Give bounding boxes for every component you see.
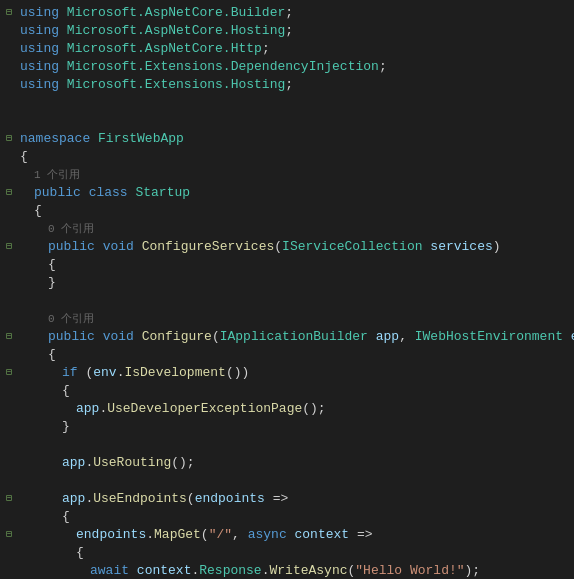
line-3: using Microsoft.AspNetCore.Http; bbox=[0, 40, 574, 58]
line-8: ⊟ namespace FirstWebApp bbox=[0, 130, 574, 148]
line-20: { bbox=[0, 346, 574, 364]
code-line-25 bbox=[18, 436, 574, 454]
line-9: { bbox=[0, 148, 574, 166]
line-6 bbox=[0, 94, 574, 112]
line-4: using Microsoft.Extensions.DependencyInj… bbox=[0, 58, 574, 76]
line-25 bbox=[0, 436, 574, 454]
code-line-30: endpoints.MapGet("/", async context => bbox=[18, 526, 574, 544]
line-30: ⊟ endpoints.MapGet("/", async context => bbox=[0, 526, 574, 544]
collapse-icon-11[interactable]: ⊟ bbox=[0, 184, 18, 202]
line-23: app.UseDeveloperExceptionPage(); bbox=[0, 400, 574, 418]
line-1: ⊟ using Microsoft.AspNetCore.Builder; bbox=[0, 4, 574, 22]
line-11: ⊟ public class Startup bbox=[0, 184, 574, 202]
code-line-5: using Microsoft.Extensions.Hosting; bbox=[18, 76, 574, 94]
collapse-icon-21[interactable]: ⊟ bbox=[0, 364, 18, 382]
line-2: using Microsoft.AspNetCore.Hosting; bbox=[0, 22, 574, 40]
collapse-icon-19[interactable]: ⊟ bbox=[0, 328, 18, 346]
code-line-31: { bbox=[18, 544, 574, 562]
code-line-24: } bbox=[18, 418, 574, 436]
code-line-12: { bbox=[18, 202, 574, 220]
collapse-icon-8[interactable]: ⊟ bbox=[0, 130, 18, 148]
line-22: { bbox=[0, 382, 574, 400]
code-line-23: app.UseDeveloperExceptionPage(); bbox=[18, 400, 574, 418]
line-17 bbox=[0, 292, 574, 310]
line-14: ⊟ public void ConfigureServices(IService… bbox=[0, 238, 574, 256]
line-21: ⊟ if (env.IsDevelopment()) bbox=[0, 364, 574, 382]
line-28: ⊟ app.UseEndpoints(endpoints => bbox=[0, 490, 574, 508]
code-line-1: using Microsoft.AspNetCore.Builder; bbox=[18, 4, 574, 22]
code-line-15: { bbox=[18, 256, 574, 274]
code-line-16: } bbox=[18, 274, 574, 292]
line-24: } bbox=[0, 418, 574, 436]
line-19: ⊟ public void Configure(IApplicationBuil… bbox=[0, 328, 574, 346]
line-7 bbox=[0, 112, 574, 130]
code-line-20: { bbox=[18, 346, 574, 364]
code-line-10: 1 个引用 bbox=[18, 166, 574, 184]
code-editor: ⊟ using Microsoft.AspNetCore.Builder; us… bbox=[0, 0, 574, 579]
line-15: { bbox=[0, 256, 574, 274]
code-line-19: public void Configure(IApplicationBuilde… bbox=[18, 328, 574, 346]
code-line-21: if (env.IsDevelopment()) bbox=[18, 364, 574, 382]
line-29: { bbox=[0, 508, 574, 526]
line-31: { bbox=[0, 544, 574, 562]
collapse-icon-14[interactable]: ⊟ bbox=[0, 238, 18, 256]
line-16: } bbox=[0, 274, 574, 292]
code-line-14: public void ConfigureServices(IServiceCo… bbox=[18, 238, 574, 256]
code-line-13: 0 个引用 bbox=[18, 220, 574, 238]
line-12: { bbox=[0, 202, 574, 220]
line-10: 1 个引用 bbox=[0, 166, 574, 184]
code-line-2: using Microsoft.AspNetCore.Hosting; bbox=[18, 22, 574, 40]
code-line-29: { bbox=[18, 508, 574, 526]
line-32: await context.Response.WriteAsync("Hello… bbox=[0, 562, 574, 579]
code-line-28: app.UseEndpoints(endpoints => bbox=[18, 490, 574, 508]
code-line-18: 0 个引用 bbox=[18, 310, 574, 328]
code-line-4: using Microsoft.Extensions.DependencyInj… bbox=[18, 58, 574, 76]
line-18: 0 个引用 bbox=[0, 310, 574, 328]
code-line-7 bbox=[18, 112, 574, 130]
collapse-icon-1[interactable]: ⊟ bbox=[0, 4, 18, 22]
code-line-11: public class Startup bbox=[18, 184, 574, 202]
line-13: 0 个引用 bbox=[0, 220, 574, 238]
collapse-icon-30[interactable]: ⊟ bbox=[0, 526, 18, 544]
code-line-32: await context.Response.WriteAsync("Hello… bbox=[18, 562, 574, 579]
code-line-22: { bbox=[18, 382, 574, 400]
code-line-3: using Microsoft.AspNetCore.Http; bbox=[18, 40, 574, 58]
code-line-6 bbox=[18, 94, 574, 112]
line-5: using Microsoft.Extensions.Hosting; bbox=[0, 76, 574, 94]
code-line-9: { bbox=[18, 148, 574, 166]
line-27 bbox=[0, 472, 574, 490]
code-line-27 bbox=[18, 472, 574, 490]
collapse-icon-28[interactable]: ⊟ bbox=[0, 490, 18, 508]
code-line-8: namespace FirstWebApp bbox=[18, 130, 574, 148]
line-26: app.UseRouting(); bbox=[0, 454, 574, 472]
code-line-17 bbox=[18, 292, 574, 310]
code-line-26: app.UseRouting(); bbox=[18, 454, 574, 472]
